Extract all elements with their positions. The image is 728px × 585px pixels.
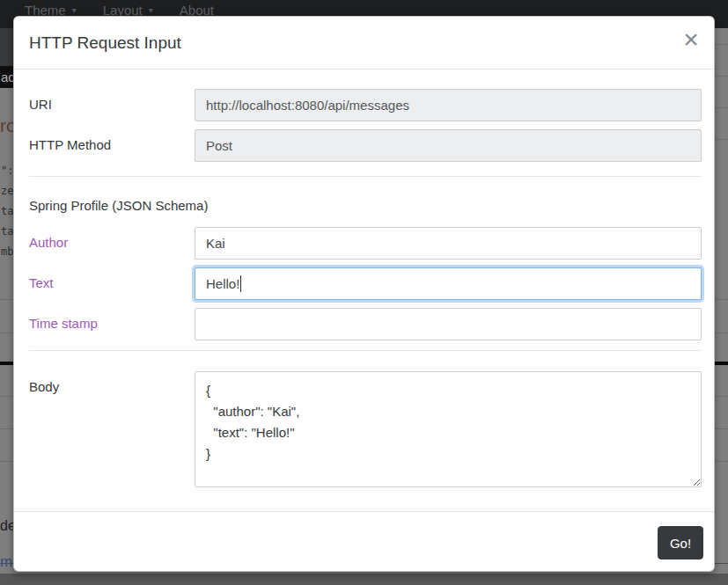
dialog-body: URI HTTP Method Spring Profile (JSON Sch… — [14, 69, 714, 511]
chevron-down-icon: ▾ — [149, 5, 153, 15]
author-row: Author — [29, 227, 702, 260]
timestamp-row: Time stamp — [29, 308, 702, 340]
section-divider — [29, 350, 702, 351]
body-row: Body { "author": "Kai", "text": "Hello!"… — [29, 371, 702, 487]
bg-link-fragment: m — [0, 553, 12, 571]
timestamp-label: Time stamp — [29, 308, 195, 340]
author-label: Author — [29, 227, 195, 260]
text-label: Text — [29, 267, 195, 300]
uri-label: URI — [29, 89, 195, 121]
section-divider — [29, 176, 702, 177]
text-input-value: Hello! — [206, 276, 239, 291]
dialog-title: HTTP Request Input — [29, 33, 699, 53]
bg-bottom-strip — [0, 574, 728, 585]
author-input[interactable] — [195, 227, 702, 260]
text-row: Text Hello! — [29, 267, 702, 300]
uri-input — [195, 89, 702, 121]
dialog-header: HTTP Request Input × — [14, 17, 714, 69]
http-method-input — [195, 129, 702, 162]
body-label: Body — [29, 371, 195, 487]
http-method-label: HTTP Method — [29, 129, 195, 162]
text-cursor — [240, 275, 241, 292]
timestamp-input[interactable] — [195, 308, 702, 340]
uri-row: URI — [29, 89, 702, 121]
go-button[interactable]: Go! — [658, 526, 703, 559]
close-icon[interactable]: × — [677, 24, 705, 55]
schema-section-label: Spring Profile (JSON Schema) — [29, 198, 702, 213]
body-textarea[interactable]: { "author": "Kai", "text": "Hello!" } — [195, 371, 702, 487]
http-method-row: HTTP Method — [29, 129, 702, 162]
http-request-input-dialog: HTTP Request Input × URI HTTP Method Spr… — [13, 16, 715, 572]
dialog-footer: Go! — [14, 511, 714, 571]
bg-code-fragment: ": ze ta ta mb — [1, 161, 13, 262]
chevron-down-icon: ▾ — [72, 5, 77, 15]
text-input[interactable]: Hello! — [195, 267, 702, 300]
